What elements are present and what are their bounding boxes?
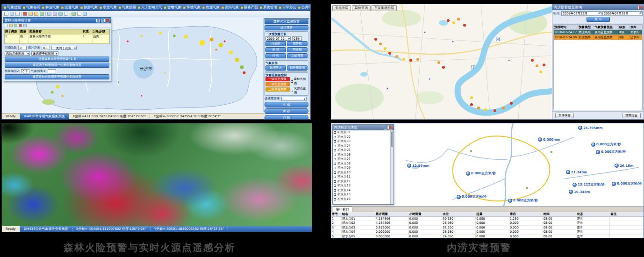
open-icon[interactable] bbox=[10, 12, 14, 16]
menu-item[interactable]: 服务产品 bbox=[241, 5, 258, 10]
hour-input[interactable]: 08时 bbox=[292, 36, 302, 41]
station-list-item[interactable]: 积水点10 bbox=[333, 171, 390, 175]
layer-tab[interactable]: 目标查询 bbox=[352, 5, 371, 11]
menu-item[interactable]: 系统管理 bbox=[260, 5, 277, 10]
weather-button[interactable]: 制作预警图 bbox=[287, 65, 308, 71]
station-marker[interactable]: 0.000立方米/秒 bbox=[508, 198, 538, 203]
menu-item[interactable]: 日常办公 bbox=[279, 5, 296, 10]
station-list-item[interactable]: 积水点01 bbox=[333, 130, 390, 135]
start-date-picker[interactable]: 2009年07月22日 bbox=[561, 11, 601, 16]
checkbox-icon[interactable] bbox=[334, 131, 336, 134]
table-row[interactable]: 4积水点040.0000000.00026.1600.0000.00008:00… bbox=[331, 230, 644, 235]
station-marker[interactable]: 0.006立方米/秒 bbox=[457, 194, 487, 199]
station-panel-title-bar[interactable]: 内涝积水点信息 bbox=[333, 125, 394, 130]
menu-item[interactable]: 交通气象 bbox=[61, 5, 79, 10]
fire-point-checkbox[interactable]: 火源点监测 bbox=[291, 86, 308, 95]
level-orange[interactable]: 二级橙色预警 bbox=[265, 82, 290, 86]
analysis-button[interactable]: 启动预警 bbox=[287, 53, 308, 58]
station-marker[interactable]: 12.56mm bbox=[407, 164, 429, 168]
menu-item[interactable]: 雷电气象 bbox=[164, 5, 181, 10]
minimize-button[interactable] bbox=[96, 19, 100, 22]
threshold-input[interactable]: 0.5 bbox=[21, 69, 29, 73]
checkbox-icon[interactable] bbox=[334, 136, 336, 138]
station-list-item[interactable]: 积水点05 bbox=[333, 148, 390, 153]
checkbox-icon[interactable] bbox=[334, 198, 336, 200]
checkbox-icon[interactable] bbox=[334, 180, 336, 183]
table-row[interactable]: 2010-07-24 17内涝风险暴雨蓝色预警Ⅲ级未发布 bbox=[554, 30, 642, 35]
station-list-item[interactable]: 积水点15 bbox=[333, 193, 390, 197]
menu-item[interactable]: 气象会商 bbox=[23, 5, 40, 10]
dialog-tool-icon[interactable] bbox=[23, 24, 27, 27]
layer-tab[interactable]: 专题图层 bbox=[332, 5, 351, 11]
menu-item[interactable]: 环境气象 bbox=[183, 5, 200, 10]
regression-input[interactable]: 0 bbox=[18, 46, 27, 50]
checkbox-icon[interactable] bbox=[334, 193, 336, 196]
end-date-picker[interactable]: 2009年07月29日 bbox=[602, 11, 643, 16]
menu-item[interactable]: 水文气象 bbox=[100, 5, 117, 10]
city-map-canvas[interactable]: 湘 江 bbox=[331, 4, 553, 119]
station-list-item[interactable]: 积水点07 bbox=[333, 157, 390, 162]
dialog-tool-icon[interactable] bbox=[5, 24, 8, 27]
table-row[interactable]: 1雨森林火险因子图1趋势 bbox=[5, 34, 109, 39]
station-list-item[interactable]: 积水点03 bbox=[333, 139, 390, 144]
select-icon[interactable] bbox=[47, 12, 51, 16]
station-list-item[interactable]: 积水点14 bbox=[333, 188, 390, 193]
checkbox-icon[interactable] bbox=[334, 167, 336, 169]
menu-item[interactable]: 气象预报 bbox=[119, 5, 136, 10]
new-map-icon[interactable] bbox=[4, 12, 8, 16]
city-select[interactable] bbox=[281, 97, 307, 101]
print-icon[interactable] bbox=[64, 12, 68, 16]
dialog-title-bar[interactable]: 森林火险等级计算 bbox=[3, 18, 111, 23]
station-list-item[interactable]: 积水点12 bbox=[333, 179, 390, 184]
weather-warning-input[interactable] bbox=[48, 69, 56, 73]
menu-item[interactable]: 旅游气象 bbox=[80, 5, 98, 10]
close-button[interactable] bbox=[388, 126, 392, 129]
analysis-button[interactable]: 同步图 bbox=[287, 47, 308, 52]
station-marker[interactable]: 21.349m bbox=[566, 170, 587, 174]
station-marker[interactable]: 25.795mm bbox=[578, 126, 603, 130]
query-button[interactable]: 查 询 bbox=[587, 17, 610, 22]
maximize-button[interactable] bbox=[101, 19, 105, 22]
station-list-item[interactable]: 积水点06 bbox=[333, 153, 390, 157]
class-select[interactable]: 一类因子设置 bbox=[51, 46, 77, 50]
menu-item[interactable]: 决策气象 bbox=[222, 5, 239, 10]
station-marker[interactable]: 16.348m bbox=[569, 190, 590, 194]
menu-item[interactable]: 农业气象 bbox=[202, 5, 220, 10]
station-list-item[interactable]: 积水点09 bbox=[333, 166, 390, 171]
menu-item[interactable]: 公共气象服务网 bbox=[298, 5, 310, 10]
checkbox-icon[interactable] bbox=[334, 189, 336, 192]
station-list-item[interactable]: 积水点02 bbox=[333, 135, 390, 140]
refresh-icon[interactable] bbox=[83, 12, 87, 16]
station-list-item[interactable]: 积水点11 bbox=[333, 175, 390, 179]
table-row[interactable]: 3积水点030.5120000.00031.2000.0060.00008:00… bbox=[331, 226, 644, 230]
panel-action-button[interactable]: 生 成 bbox=[265, 102, 308, 107]
weight-setting-button[interactable]: 设置因子权重和归一化显示参数设置 bbox=[5, 63, 109, 68]
checkbox-icon[interactable] bbox=[334, 145, 336, 147]
calc-grade-button[interactable]: 计算森林火险等级值G=1-6 bbox=[5, 57, 109, 62]
identify-icon[interactable] bbox=[53, 12, 57, 16]
station-marker[interactable]: 0.000立方米/秒 bbox=[591, 142, 621, 147]
collapse-button[interactable] bbox=[384, 126, 387, 129]
station-marker[interactable]: 0.000立方米/秒 bbox=[612, 181, 642, 186]
checkbox-icon[interactable] bbox=[334, 140, 336, 143]
output-tab[interactable]: 输出窗口 bbox=[333, 207, 352, 212]
layer-select[interactable]: 风险示例图层 bbox=[5, 51, 30, 56]
dialog-tool-icon[interactable] bbox=[19, 24, 22, 27]
station-marker[interactable]: 0.000mm bbox=[538, 137, 560, 142]
station-marker[interactable]: 0.000立方米/秒 bbox=[596, 150, 626, 154]
table-row[interactable]: 1积水点014.1345060.00030.1500.0001.25008:00… bbox=[331, 217, 644, 221]
analysis-button[interactable]: 预警图 bbox=[287, 41, 308, 46]
table-row[interactable] bbox=[5, 39, 109, 43]
dialog-tool-icon[interactable] bbox=[14, 24, 17, 27]
menu-item[interactable]: 气象信息 bbox=[4, 5, 21, 10]
fire-risk-checkbox[interactable]: 森林火险图 bbox=[291, 77, 308, 86]
color-setting-button[interactable]: 设置森林火险预警等级颜色参数设置 bbox=[5, 74, 109, 79]
menu-item[interactable]: 林业气象 bbox=[42, 5, 59, 10]
scrollbar-thumb[interactable] bbox=[391, 131, 393, 147]
checkbox-icon[interactable] bbox=[334, 154, 336, 156]
list-scrollbar[interactable] bbox=[390, 130, 394, 204]
menu-item[interactable]: 人工影响天气 bbox=[138, 5, 162, 10]
station-list-item[interactable]: 积水点16 bbox=[333, 197, 390, 202]
checkbox-icon[interactable] bbox=[334, 158, 336, 160]
checkbox-icon[interactable] bbox=[334, 149, 336, 151]
